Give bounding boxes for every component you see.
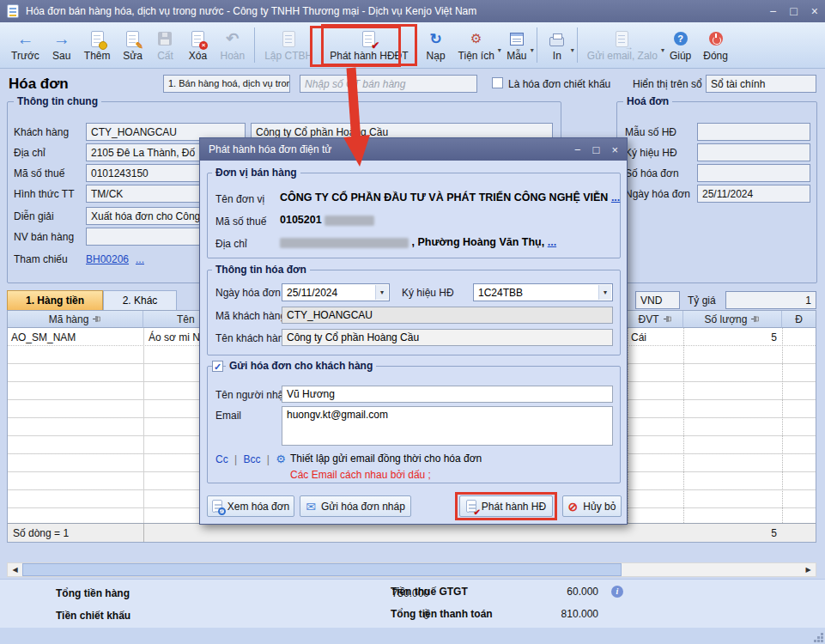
reference-more-link[interactable]: ...	[136, 253, 144, 265]
gear-icon[interactable]: ⚙	[276, 453, 286, 465]
forward-arrow-icon: →	[53, 29, 70, 49]
envelope-icon: ✉	[306, 500, 316, 513]
scroll-right-icon[interactable]: ▶	[801, 563, 816, 576]
seller-address-more-link[interactable]: ...	[548, 236, 556, 248]
redacted-text	[325, 216, 374, 226]
invoice-number-field[interactable]	[697, 164, 810, 182]
pin-icon[interactable]	[92, 314, 101, 324]
tab-khac[interactable]: 2. Khác	[103, 290, 177, 310]
dialog-date-combobox[interactable]: 25/11/2024 ▾	[282, 283, 390, 301]
issue-einvoice-dialog: Phát hành hóa đơn điện tử − □ × Đơn vị b…	[199, 137, 628, 525]
seller-tax-value: 0105201	[280, 214, 374, 226]
doc-icon	[282, 31, 295, 47]
edit-button[interactable]: ✎ Sửa	[116, 24, 149, 66]
doc-delete-icon: ×	[191, 31, 204, 47]
doc-number-input[interactable]: Nhập số CT bán hàng	[300, 75, 477, 93]
resize-grip[interactable]	[821, 640, 823, 642]
scrollbar-thumb[interactable]	[22, 563, 622, 576]
dialog-customer-name-field[interactable]: Công ty Cổ phần Hoàng Cầu	[282, 329, 613, 346]
dialog-customer-code-field[interactable]: CTY_HOANGCAU	[282, 307, 613, 324]
seller-name-label: Tên đơn vị	[215, 193, 264, 205]
tax-code-label: Mã số thuế	[14, 167, 64, 179]
close-icon[interactable]: ×	[811, 4, 818, 18]
bcc-link[interactable]: Bcc	[243, 453, 260, 465]
email-label: Email	[215, 410, 241, 422]
chevron-down-icon[interactable]: ▾	[571, 46, 574, 54]
dialog-maximize-icon[interactable]: □	[593, 143, 600, 156]
invoice-serial-field[interactable]	[697, 143, 810, 161]
reload-button[interactable]: ↻ Nạp	[420, 24, 452, 66]
discount-checkbox[interactable]	[492, 77, 503, 88]
column-header-so-luong[interactable]: Số lượng	[683, 311, 782, 328]
seller-name-more-link[interactable]: ...	[611, 191, 620, 204]
view-invoice-button[interactable]: Xem hóa đơn	[207, 495, 294, 517]
toolbar-separator	[537, 27, 537, 63]
cell-unit: Cái	[631, 331, 646, 343]
display-on-label: Hiển thị trên sổ	[633, 78, 702, 90]
reference-label: Tham chiếu	[14, 253, 68, 265]
exchange-rate-label: Tỷ giá	[688, 295, 716, 307]
title-bar: Hóa đơn bán hàng hóa, dịch vụ trong nước…	[0, 0, 825, 22]
close-window-button[interactable]: Đóng	[697, 24, 734, 66]
grand-total-value: 810.000	[513, 608, 598, 620]
scroll-left-icon[interactable]: ◀	[8, 563, 22, 576]
general-info-title: Thông tin chung	[14, 95, 101, 107]
grid-column-divider	[628, 328, 628, 523]
vat-value: 60.000	[513, 586, 598, 598]
email-setting-note: Thiết lập gửi email đồng thời cho hóa đơ…	[290, 453, 482, 465]
cancel-button[interactable]: ⊘ Hủy bỏ	[562, 495, 622, 517]
invoice-template-label: Mẫu số HĐ	[625, 126, 676, 138]
prev-button[interactable]: ← Trước	[5, 24, 45, 66]
dialog-close-icon[interactable]: ×	[611, 143, 618, 156]
add-button[interactable]: Thêm	[78, 24, 117, 66]
delete-button[interactable]: × Xóa	[181, 24, 214, 66]
help-button[interactable]: ? Giúp	[664, 24, 697, 66]
pin-icon[interactable]	[663, 314, 672, 324]
invoice-group-title: Hoá đơn	[623, 95, 672, 107]
send-invoice-checkbox[interactable]: ✓	[212, 361, 223, 372]
page-title: Hóa đơn	[9, 76, 69, 93]
display-on-field[interactable]: Sổ tài chính	[706, 75, 816, 93]
info-icon[interactable]: i	[611, 586, 623, 598]
currency-field[interactable]: VND	[635, 291, 680, 309]
horizontal-scrollbar[interactable]: ◀ ▶	[7, 562, 816, 577]
cc-link[interactable]: Cc	[215, 453, 228, 465]
grand-total-label: Tổng tiền thanh toán	[391, 608, 493, 620]
pin-icon[interactable]	[750, 314, 760, 324]
issue-invoice-button[interactable]: ✔ Phát hành HĐ	[459, 495, 553, 517]
total-goods-label: Tổng tiền hàng	[56, 587, 130, 599]
description-label: Diễn giải	[14, 210, 54, 222]
main-toolbar: ← Trước → Sau Thêm ✎ Sửa Cất × Xóa ↶ Hoà…	[0, 22, 825, 69]
maximize-icon[interactable]: □	[790, 4, 797, 18]
grid-column-divider	[782, 328, 783, 523]
power-icon	[709, 32, 723, 46]
minimize-icon[interactable]: −	[769, 4, 776, 18]
email-field[interactable]: huongv.kt@gmail.com	[282, 406, 613, 446]
send-email-zalo-button: → Gửi email, Zalo ▾	[581, 24, 664, 66]
discount-amount-label: Tiền chiết khấu	[56, 610, 130, 622]
invoice-date-field[interactable]: 25/11/2024	[697, 185, 810, 203]
tab-hang-tien[interactable]: 1. Hàng tiền	[7, 290, 103, 310]
app-icon	[7, 4, 19, 18]
chevron-down-icon[interactable]: ▾	[531, 46, 534, 54]
print-button[interactable]: In ▾	[541, 24, 573, 66]
reference-link[interactable]: BH00206	[86, 253, 129, 265]
column-header-don-gia[interactable]: Đ	[782, 311, 816, 328]
doc-type-field[interactable]: 1. Bán hàng hoá, dịch vụ trong nước	[163, 75, 290, 93]
utilities-button[interactable]: ⚙ Tiện ích ▾	[452, 24, 500, 66]
column-header-ma-hang[interactable]: Mã hàng	[8, 311, 143, 328]
send-draft-button[interactable]: ✉ Gửi hóa đơn nháp	[300, 495, 411, 517]
recipient-field[interactable]: Vũ Hương	[282, 386, 613, 403]
row-count-label: Số dòng = 1	[13, 527, 69, 539]
next-button[interactable]: → Sau	[45, 24, 78, 66]
column-header-dvt[interactable]: ĐVT	[628, 311, 683, 328]
chevron-down-icon[interactable]: ▾	[598, 285, 611, 300]
dialog-minimize-icon[interactable]: −	[574, 143, 581, 156]
template-button[interactable]: Mẫu ▾	[500, 24, 533, 66]
exchange-rate-field[interactable]: 1	[725, 291, 816, 309]
chevron-down-icon[interactable]: ▾	[375, 285, 388, 300]
help-icon: ?	[674, 32, 688, 46]
dialog-serial-combobox[interactable]: 1C24TBB ▾	[473, 283, 613, 301]
invoice-template-field[interactable]	[697, 123, 810, 141]
grid-column-divider	[143, 328, 144, 523]
